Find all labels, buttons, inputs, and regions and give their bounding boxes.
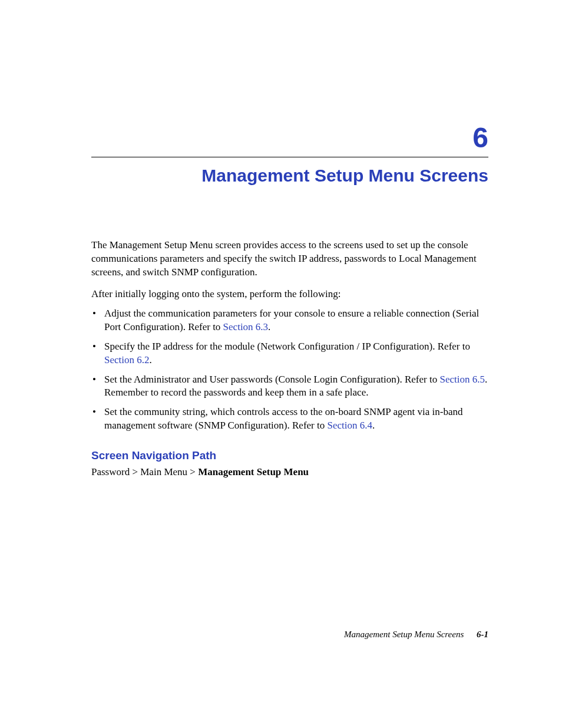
footer-page-number: 6-1 (477, 630, 488, 639)
page-footer: Management Setup Menu Screens 6-1 (344, 630, 488, 640)
footer-title: Management Setup Menu Screens (344, 630, 464, 639)
chapter-rule (91, 157, 488, 157)
chapter-title: Management Setup Menu Screens (91, 166, 488, 186)
intro-paragraph: The Management Setup Menu screen provide… (91, 239, 488, 279)
breadcrumb-plain: Password > Main Menu > (91, 466, 198, 477)
xref-link[interactable]: Section 6.4 (327, 420, 372, 431)
bullet-list: Adjust the communication parameters for … (91, 307, 488, 433)
xref-link[interactable]: Section 6.3 (223, 321, 269, 332)
list-text: Adjust the communication parameters for … (104, 308, 479, 332)
list-text: Set the Administrator and User passwords… (104, 374, 439, 385)
breadcrumb: Password > Main Menu > Management Setup … (91, 466, 488, 479)
list-text: Set the community string, which controls… (104, 406, 462, 431)
list-item: Specify the IP address for the module (N… (104, 340, 488, 367)
section-heading: Screen Navigation Path (91, 449, 488, 462)
xref-link[interactable]: Section 6.5 (439, 374, 485, 385)
list-text-post: . (372, 420, 375, 431)
list-item: Set the Administrator and User passwords… (104, 373, 488, 400)
xref-link[interactable]: Section 6.2 (104, 354, 150, 365)
list-item: Set the community string, which controls… (104, 406, 488, 433)
list-item: Adjust the communication parameters for … (104, 307, 488, 334)
chapter-number: 6 (91, 124, 488, 152)
list-text-post: . (150, 354, 152, 365)
list-text-post: . (268, 321, 270, 332)
list-text: Specify the IP address for the module (N… (104, 341, 470, 352)
breadcrumb-bold: Management Setup Menu (198, 466, 309, 477)
lead-paragraph: After initially logging onto the system,… (91, 288, 488, 301)
